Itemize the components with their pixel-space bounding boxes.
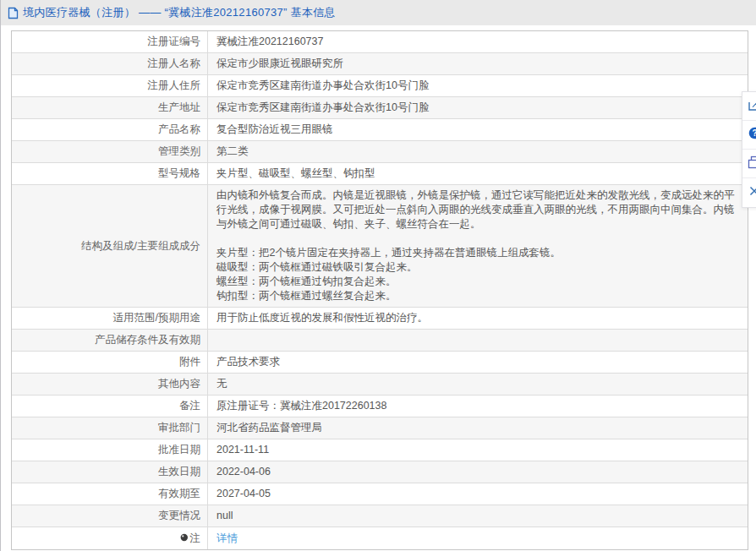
row-label-text: 生产地址 xyxy=(158,101,200,115)
row-label: 适用范围/预期用途 xyxy=(12,308,208,329)
row-label: 注册人住所 xyxy=(12,75,208,96)
table-row: 管理类别第二类 xyxy=(12,141,748,163)
table-row: 备注原注册证号：冀械注准20172260138 xyxy=(12,396,748,417)
row-value-text: 第二类 xyxy=(216,145,249,157)
row-label: 批准日期 xyxy=(12,439,208,461)
row-label: 生效日期 xyxy=(12,461,208,483)
row-label-text: 型号规格 xyxy=(158,166,200,181)
row-label: 注册证编号 xyxy=(12,31,208,52)
row-label-text: 有效期至 xyxy=(158,487,200,501)
row-label: 审批部门 xyxy=(12,417,208,439)
row-value: null xyxy=(208,505,748,526)
copy-icon xyxy=(748,155,756,172)
row-label-text: 产品储存条件及有效期 xyxy=(95,333,200,347)
copy-button[interactable] xyxy=(742,150,756,178)
row-label: 产品名称 xyxy=(12,119,208,140)
row-value xyxy=(208,337,748,344)
row-label-text: 生效日期 xyxy=(158,465,200,479)
row-value: 由内镜和外镜复合而成。内镜是近视眼镜，外镜是保护镜，通过它读写能把近处来的发散光… xyxy=(208,185,748,307)
row-label-text: 注册证编号 xyxy=(148,35,201,49)
row-value: 河北省药品监督管理局 xyxy=(208,417,748,439)
row-value-text: 2027-04-05 xyxy=(216,488,271,499)
page-title: 境内医疗器械（注册） —— “冀械注准20212160737” 基本信息 xyxy=(23,5,336,20)
table-row: 结构及组成/主要组成成分由内镜和外镜复合而成。内镜是近视眼镜，外镜是保护镜，通过… xyxy=(12,185,748,308)
row-value: 保定市少眼康近视眼研究所 xyxy=(208,53,748,74)
table-row: 生效日期2022-04-06 xyxy=(12,461,748,483)
row-value-text: 用于防止低度近视的发展和假性近视的治疗。 xyxy=(216,312,428,324)
row-label-text: 变更情况 xyxy=(158,509,200,523)
table-row: 产品名称复合型防治近视三用眼镜 xyxy=(12,119,748,141)
row-value-text: 冀械注准20212160737 xyxy=(216,35,323,47)
table-row: 注册证编号冀械注准20212160737 xyxy=(12,31,748,53)
row-value: 2021-11-11 xyxy=(208,439,748,461)
row-value-text: 由内镜和外镜复合而成。内镜是近视眼镜，外镜是保护镜，通过它读写能把近处来的发散光… xyxy=(216,189,735,302)
row-value: 原注册证号：冀械注准20172260138 xyxy=(208,396,748,417)
row-value-text: 保定市少眼康近视眼研究所 xyxy=(216,57,343,69)
row-label: 产品储存条件及有效期 xyxy=(12,330,208,351)
svg-text:?: ? xyxy=(752,128,756,138)
page: 境内医疗器械（注册） —— “冀械注准20212160737” 基本信息 注册证… xyxy=(0,0,756,551)
row-value: 复合型防治近视三用眼镜 xyxy=(208,119,748,140)
edit-button[interactable] xyxy=(742,92,756,121)
row-label-text: 管理类别 xyxy=(158,145,200,159)
row-label-text: 注册人住所 xyxy=(148,79,201,93)
row-label-text: 审批部门 xyxy=(158,421,200,435)
row-value-text: 原注册证号：冀械注准20172260138 xyxy=(216,400,386,412)
row-value: 保定市竞秀区建南街道办事处合欢街10号门脸 xyxy=(208,97,748,118)
table-row: 有效期至2027-04-05 xyxy=(12,483,748,505)
row-label: 有效期至 xyxy=(12,483,208,505)
row-value: 产品技术要求 xyxy=(208,352,748,373)
page-header: 境内医疗器械（注册） —— “冀械注准20212160737” 基本信息 xyxy=(1,0,756,25)
row-label-text: 注册人名称 xyxy=(148,57,201,71)
table-row: 其他内容无 xyxy=(12,374,748,396)
row-label: 型号规格 xyxy=(12,163,208,184)
help-icon: ? xyxy=(748,127,756,143)
row-label-text: 注 xyxy=(190,532,201,546)
table-row: 审批部门河北省药品监督管理局 xyxy=(12,417,748,439)
close-icon xyxy=(748,185,756,200)
row-value: 冀械注准20212160737 xyxy=(208,31,748,52)
row-value-text: 2021-11-11 xyxy=(216,444,269,456)
row-label: 注册人名称 xyxy=(12,53,208,74)
row-label: 管理类别 xyxy=(12,141,208,162)
registration-info-table: 注册证编号冀械注准20212160737注册人名称保定市少眼康近视眼研究所注册人… xyxy=(11,30,748,550)
table-row: 批准日期2021-11-11 xyxy=(12,439,748,461)
row-label-text: 附件 xyxy=(179,355,200,369)
row-value: 夹片型、磁吸型、螺丝型、钩扣型 xyxy=(208,163,748,184)
floating-toolbar: ? xyxy=(742,91,756,208)
row-label: 附件 xyxy=(12,352,208,373)
row-label: 其他内容 xyxy=(12,374,208,395)
row-value: 保定市竞秀区建南街道办事处合欢街10号门脸 xyxy=(208,75,748,96)
row-label: 备注 xyxy=(12,396,208,417)
table-row: 生产地址保定市竞秀区建南街道办事处合欢街10号门脸 xyxy=(12,97,748,119)
table-row: 注册人名称保定市少眼康近视眼研究所 xyxy=(12,53,748,75)
row-value: 2027-04-05 xyxy=(208,483,748,505)
row-label-text: 适用范围/预期用途 xyxy=(113,311,200,325)
row-value: 无 xyxy=(208,374,748,395)
table-row: 注详情 xyxy=(12,527,748,549)
table-row: 附件产品技术要求 xyxy=(12,352,748,374)
row-value: 2022-04-06 xyxy=(208,461,748,483)
row-value-text: 河北省药品监督管理局 xyxy=(216,422,322,434)
table-row: 变更情况null xyxy=(12,505,748,527)
row-label-text: 备注 xyxy=(179,399,200,413)
table-row: 适用范围/预期用途用于防止低度近视的发展和假性近视的治疗。 xyxy=(12,308,748,330)
close-button[interactable] xyxy=(742,178,756,207)
row-label-text: 其他内容 xyxy=(158,377,200,391)
row-value-text: 夹片型、磁吸型、螺丝型、钩扣型 xyxy=(216,167,375,179)
row-label: 结构及组成/主要组成成分 xyxy=(12,185,208,307)
row-value: 第二类 xyxy=(208,141,748,162)
table-row: 注册人住所保定市竞秀区建南街道办事处合欢街10号门脸 xyxy=(12,75,748,97)
help-button[interactable]: ? xyxy=(742,121,756,150)
row-label: 生产地址 xyxy=(12,97,208,118)
row-value-text: 无 xyxy=(216,378,227,390)
row-value-text: 2022-04-06 xyxy=(216,466,271,477)
row-label-text: 结构及组成/主要组成成分 xyxy=(81,239,200,254)
row-label: 注 xyxy=(12,527,208,549)
document-icon xyxy=(8,7,19,19)
table-row: 产品储存条件及有效期 xyxy=(12,330,748,352)
row-value-text: 产品技术要求 xyxy=(216,356,280,368)
row-value: 详情 xyxy=(208,528,748,549)
details-link[interactable]: 详情 xyxy=(216,532,238,544)
row-value-text: null xyxy=(216,510,233,521)
